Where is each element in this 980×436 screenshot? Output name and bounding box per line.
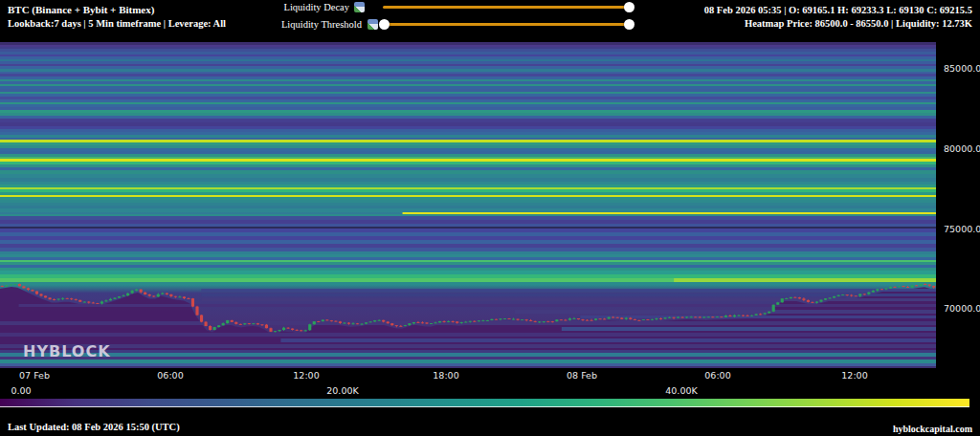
liquidity-level-stripe xyxy=(0,86,936,89)
liquidity-level-stripe xyxy=(0,254,936,257)
y-axis-tick-label: 75000.0 xyxy=(944,224,980,234)
liquidity-level-stripe xyxy=(0,104,936,107)
below-price-stripe xyxy=(0,357,936,360)
below-price-stripe xyxy=(280,338,936,342)
liquidity-level-stripe xyxy=(0,162,936,164)
liquidity-level-stripe xyxy=(0,64,936,66)
liquidity-level-stripe xyxy=(0,244,936,248)
liquidity-level-stripe xyxy=(0,129,936,132)
heatmap-plot-area[interactable] xyxy=(0,42,936,368)
colorbar-tick-label: 20.00K xyxy=(326,385,358,396)
liquidity-level-stripe xyxy=(0,99,936,102)
liquidity-level-stripe xyxy=(0,274,936,278)
liquidity-decay-label: Liquidity Decay xyxy=(268,2,349,12)
liquidity-level-stripe xyxy=(0,49,936,52)
liquidity-level-stripe xyxy=(0,138,936,140)
site-link[interactable]: hyblockcapital.com xyxy=(893,424,972,434)
liquidity-level-stripe xyxy=(0,265,936,268)
chart-region: 85000.080000.075000.070000.0 HYBLOCK xyxy=(0,42,980,368)
liquidity-level-stripe xyxy=(0,69,936,72)
liquidity-threshold-slider[interactable] xyxy=(383,23,630,26)
liquidity-level-stripe xyxy=(0,135,936,138)
liquidity-level-stripe xyxy=(0,164,936,167)
liquidity-colorbar xyxy=(0,399,969,407)
liquidity-level-stripe xyxy=(0,148,936,151)
below-price-stripe xyxy=(0,344,936,348)
liquidity-level-stripe xyxy=(0,271,936,274)
liquidity-level-stripe xyxy=(0,227,936,229)
liquidity-level-stripe xyxy=(0,116,936,119)
x-axis-tick-label: 08 Feb xyxy=(567,370,597,381)
liquidity-level-stripe xyxy=(0,170,936,174)
colorbar-tick-label: 0.00 xyxy=(11,385,31,396)
liquidity-level-stripe xyxy=(0,84,936,86)
liquidity-decay-slider-handle[interactable] xyxy=(624,2,635,12)
liquidity-level-stripe xyxy=(0,208,936,212)
liquidity-level-stripe xyxy=(0,94,936,97)
liquidity-level-stripe xyxy=(0,89,936,92)
liquidity-level-stripe xyxy=(0,76,936,79)
below-price-stripe xyxy=(562,327,936,331)
ohlc-readout: 08 Feb 2026 05:35 | O: 69165.1 H: 69233.… xyxy=(704,4,972,16)
liquidity-level-stripe xyxy=(0,107,936,110)
x-axis-tick-label: 07 Feb xyxy=(19,370,50,381)
liquidity-threshold-label: Liquidity Threshold xyxy=(258,19,362,30)
below-price-stripe xyxy=(201,289,936,292)
liquidity-level-stripe xyxy=(0,220,936,224)
liquidity-level-stripe xyxy=(0,200,936,203)
liquidity-level-stripe xyxy=(0,240,936,244)
liquidity-level-stripe xyxy=(0,178,936,182)
x-axis-tick-label: 06:00 xyxy=(704,370,730,381)
liquidity-level-stripe xyxy=(0,189,936,192)
liquidity-level-stripe xyxy=(0,151,936,154)
below-price-stripe xyxy=(0,360,936,363)
image-placeholder-icon xyxy=(354,2,365,12)
x-axis-tick-label: 18:00 xyxy=(433,370,458,381)
image-placeholder-icon xyxy=(368,19,378,30)
liquidity-level-stripe xyxy=(0,92,936,94)
liquidity-level-stripe xyxy=(0,260,936,262)
liquidity-level-stripe xyxy=(0,197,936,200)
liquidity-level-stripe xyxy=(0,187,936,189)
x-axis-tick-label: 06:00 xyxy=(157,370,183,381)
liquidity-level-stripe xyxy=(0,282,936,285)
liquidity-level-stripe xyxy=(0,72,936,74)
below-price-stripe xyxy=(580,316,936,318)
liquidity-level-stripe xyxy=(0,185,936,187)
liquidity-level-stripe xyxy=(0,110,936,113)
liquidity-level-stripe xyxy=(0,206,936,208)
liquidity-level-stripe xyxy=(0,214,936,216)
liquidity-level-stripe xyxy=(0,74,936,76)
liquidity-level-stripe xyxy=(0,142,936,145)
liquidity-level-stripe xyxy=(0,195,936,197)
liquidity-level-stripe xyxy=(0,192,936,195)
y-axis-tick-label: 85000.0 xyxy=(944,63,980,74)
below-price-stripe xyxy=(0,366,936,368)
liquidity-level-stripe xyxy=(0,97,936,99)
heatmap-price-readout: Heatmap Price: 86500.0 - 86550.0 | Liqui… xyxy=(745,17,972,30)
liquidity-threshold-slider-handle-max[interactable] xyxy=(624,19,635,30)
liquidity-decay-slider[interactable] xyxy=(383,6,630,9)
liquidity-level-stripe xyxy=(0,126,936,129)
liquidity-level-stripe xyxy=(0,257,936,260)
liquidity-level-stripe xyxy=(0,113,936,116)
hyblock-liquidation-heatmap-app: { "header": { "title": "BTC (Binance + B… xyxy=(0,0,980,436)
hyblock-watermark: HYBLOCK xyxy=(23,342,111,360)
liquidity-level-stripe xyxy=(0,157,936,159)
liquidity-level-stripe xyxy=(0,236,936,240)
y-axis-tick-label: 80000.0 xyxy=(944,143,980,154)
below-price-stripe xyxy=(0,350,936,353)
liquidity-level-stripe xyxy=(0,216,936,220)
below-price-stripe xyxy=(201,294,936,296)
last-updated-text: Last Updated: 08 Feb 2026 15:50 (UTC) xyxy=(8,422,180,432)
liquidity-level-stripe xyxy=(0,81,936,84)
liquidity-level-stripe xyxy=(0,174,936,178)
below-price-stripe xyxy=(0,363,936,366)
liquidity-level-stripe xyxy=(0,119,936,122)
liquidity-threshold-slider-handle-min[interactable] xyxy=(379,19,390,30)
x-axis-tick-label: 12:00 xyxy=(841,370,867,381)
liquidity-level-stripe xyxy=(0,66,936,69)
liquidity-level-stripe xyxy=(0,61,936,64)
below-price-stripe xyxy=(0,353,936,357)
header-bar: BTC (Binance + Bybit + Bitmex) Lookback:… xyxy=(0,0,980,42)
